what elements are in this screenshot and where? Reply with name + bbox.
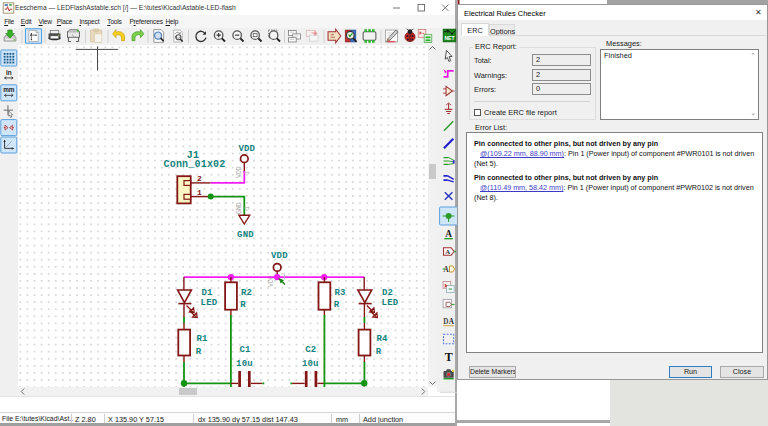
- svg-text:GND: GND: [237, 230, 254, 240]
- svg-text:R3: R3: [334, 288, 345, 298]
- svg-text:GND: GND: [236, 202, 243, 214]
- svg-text:1: 1: [244, 206, 251, 210]
- svg-text:R1: R1: [196, 334, 208, 344]
- svg-text:A: A: [445, 229, 452, 239]
- svg-text:in: in: [6, 69, 12, 76]
- svg-text:LED: LED: [201, 298, 218, 308]
- svg-text:VDD: VDD: [238, 144, 255, 154]
- svg-text:Conn_01x02: Conn_01x02: [163, 159, 225, 170]
- svg-text:mm: mm: [3, 86, 15, 93]
- svg-text:2: 2: [197, 174, 202, 183]
- svg-text:C1: C1: [239, 345, 251, 355]
- svg-text:R: R: [334, 300, 340, 310]
- svg-text:R: R: [376, 347, 382, 357]
- svg-text:R4: R4: [376, 334, 388, 344]
- svg-text:LED: LED: [382, 298, 399, 308]
- svg-text:1: 1: [244, 171, 251, 175]
- svg-text:C2: C2: [305, 345, 316, 355]
- svg-text:VDD: VDD: [271, 251, 288, 261]
- svg-text:10u: 10u: [302, 359, 319, 369]
- svg-text:VDD: VDD: [236, 166, 243, 178]
- svg-text:1: 1: [197, 188, 202, 197]
- svg-text:R2: R2: [241, 288, 252, 298]
- svg-text:10u: 10u: [236, 359, 253, 369]
- svg-text:D1: D1: [201, 288, 213, 298]
- svg-text:R: R: [196, 347, 202, 357]
- svg-text:NET: NET: [444, 35, 455, 41]
- svg-text:D: D: [443, 318, 448, 326]
- svg-text:R: R: [240, 300, 246, 310]
- svg-text:T: T: [445, 350, 453, 364]
- svg-text:A: A: [445, 248, 450, 255]
- svg-text:A: A: [449, 318, 455, 326]
- svg-text:D2: D2: [382, 288, 393, 298]
